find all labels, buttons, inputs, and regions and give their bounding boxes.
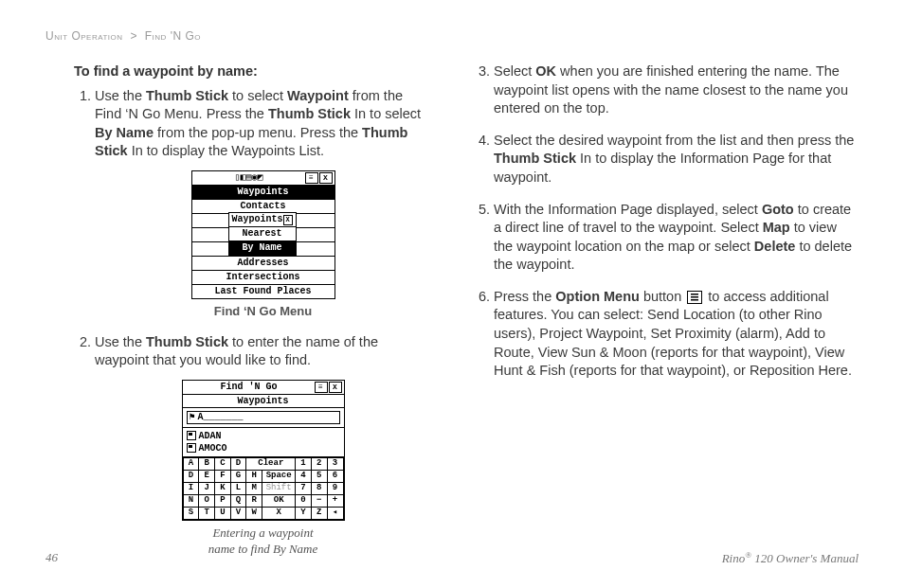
key[interactable]: 9 [327,482,343,494]
scr1-popup: Waypoints X Nearest By Name [228,212,297,256]
key[interactable]: B [199,457,215,470]
breadcrumb-separator: > [130,29,137,43]
left-steps-list: Use the Thumb Stick to select Waypoint f… [74,87,431,558]
key-left[interactable]: ◂ [327,507,343,519]
scr2-title: Find 'N Go [185,382,314,392]
key[interactable]: − [311,494,327,507]
scr1-popup-byname[interactable]: By Name [229,241,296,255]
key[interactable]: D [230,457,246,470]
key[interactable]: H [246,470,262,482]
scr1-popup-label: Waypoints [232,214,283,225]
key-shift[interactable]: Shift [262,482,296,494]
scr2-search-value: A_______ [198,412,244,422]
key[interactable]: 6 [327,470,343,482]
key[interactable]: F [214,470,230,482]
key[interactable]: + [327,494,343,507]
key[interactable]: Z [311,507,327,519]
key[interactable]: Q [230,494,246,507]
product-name: Rino® 120 Owner's Manual [722,549,859,567]
key[interactable]: R [246,494,262,507]
left-column: To find a waypoint by name: Use the Thum… [45,62,431,571]
key[interactable]: A [183,457,199,470]
key[interactable]: 7 [296,482,312,494]
figure-entering-name: Find 'N Go ≡ X Waypoints ⚑ A_______ [95,380,431,558]
key[interactable]: C [214,457,230,470]
key[interactable]: I [183,482,199,494]
waypoint-flag-icon [187,431,196,440]
scr1-row-lastfound[interactable]: Last Found Places [192,285,334,298]
page-number: 46 [45,549,58,567]
key[interactable]: W [246,507,262,519]
key[interactable]: J [199,482,215,494]
step-4: Select the desired waypoint from the lis… [494,132,859,187]
scr2-result-list: ADAN AMOCO [183,427,344,454]
key[interactable]: G [230,470,246,482]
menu-icon[interactable]: ≡ [315,382,328,393]
step-6: Press the Option Menu button to access a… [494,288,859,381]
key[interactable]: E [199,470,215,482]
close-icon[interactable]: X [329,382,342,393]
step-5: With the Information Page displayed, sel… [494,201,859,275]
breadcrumb-subsection: Find 'N Go [145,29,201,43]
list-item[interactable]: AMOCO [187,442,340,454]
key-clear[interactable]: Clear [246,457,296,470]
breadcrumb-section: Unit Operation [45,29,123,43]
scr2-search-field[interactable]: ⚑ A_______ [187,411,340,424]
figure-find-n-go-menu: ▯◧▤◉◩ ≡ X Waypoints Contacts Cities Exit… [95,170,431,320]
close-icon[interactable]: X [319,172,333,184]
key[interactable]: V [230,507,246,519]
scr2-window: Find 'N Go ≡ X Waypoints ⚑ A_______ [182,380,345,521]
key[interactable]: 0 [296,494,312,507]
option-menu-icon [687,291,702,304]
key[interactable]: U [214,507,230,519]
right-steps-list: Select OK when you are finished entering… [473,62,859,380]
waypoint-flag-icon [187,443,196,453]
scr2-onscreen-keyboard: A B C D Clear 1 2 3 [183,456,344,520]
right-column: Select OK when you are finished entering… [473,62,859,571]
key[interactable]: 4 [296,470,312,482]
scr1-window: ▯◧▤◉◩ ≡ X Waypoints Contacts Cities Exit… [191,170,335,299]
step-2: Use the Thumb Stick to enter the name of… [95,333,431,558]
key[interactable]: S [183,507,199,519]
scr1-row-addresses[interactable]: Addresses [192,257,334,271]
list-item[interactable]: ADAN [187,430,340,442]
key[interactable]: K [214,482,230,494]
key[interactable]: 3 [327,457,343,470]
scr1-row-waypoints[interactable]: Waypoints [192,186,334,200]
close-icon[interactable]: X [283,215,293,225]
waypoint-flag-icon: ⚑ [190,412,195,422]
key[interactable]: T [199,507,215,519]
key[interactable]: O [199,494,215,507]
scr1-popup-nearest[interactable]: Nearest [229,226,296,241]
section-heading: To find a waypoint by name: [74,62,431,81]
key[interactable]: M [246,482,262,494]
key[interactable]: 8 [311,482,327,494]
figure1-caption: Find ‘N Go Menu [95,303,431,320]
page-footer: 46 Rino® 120 Owner's Manual [45,549,859,567]
key[interactable]: 5 [311,470,327,482]
key[interactable]: 1 [296,457,312,470]
step-1: Use the Thumb Stick to select Waypoint f… [95,87,431,320]
key[interactable]: D [183,470,199,482]
key[interactable]: 2 [311,457,327,470]
key[interactable]: Y [296,507,312,519]
key-space[interactable]: Space [262,470,296,482]
scr2-subtitle: Waypoints [183,395,344,408]
step-3: Select OK when you are finished entering… [494,62,859,118]
key[interactable]: P [214,494,230,507]
key-ok[interactable]: OK [262,494,296,507]
key[interactable]: L [230,482,246,494]
scr1-row-intersections[interactable]: Intersections [192,271,334,285]
key[interactable]: X [262,507,296,519]
key[interactable]: N [183,494,199,507]
scr1-title: ▯◧▤◉◩ [194,172,304,184]
breadcrumb: Unit Operation > Find 'N Go [45,28,859,44]
menu-icon[interactable]: ≡ [305,172,318,184]
